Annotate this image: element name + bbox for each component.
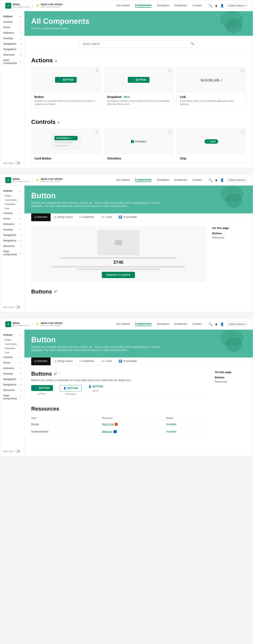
sidebar-item-forms-3[interactable]: Forms ▾ xyxy=(0,360,24,366)
secondary-button[interactable]: 👤 BUTTON xyxy=(60,385,82,392)
on-this-page-resources-3[interactable]: Resources xyxy=(215,380,249,384)
sidebar-item-controls[interactable]: Controls ▾ xyxy=(0,19,24,25)
sidebar-sub-dropdown[interactable]: Dropdown xyxy=(0,202,24,206)
tab-code[interactable]: </> Code xyxy=(97,214,115,221)
user-icon[interactable]: 👤 xyxy=(220,4,224,8)
sidebar-sub-button[interactable]: Button xyxy=(0,194,24,198)
on-this-page-title-3: On this page xyxy=(215,370,249,374)
sidebar-item-controls-2[interactable]: Controls ▾ xyxy=(0,210,24,216)
on-this-page-link-resources[interactable]: Resources xyxy=(212,236,246,240)
user-icon-3[interactable]: 👤 xyxy=(220,322,224,326)
sidebar-sub-link-3[interactable]: Link xyxy=(0,350,24,354)
switch-theme-button[interactable]: Switch theme ▾ xyxy=(227,3,248,8)
dark-mode-switch-2[interactable] xyxy=(15,306,20,308)
sidebar-item-navigations-1[interactable]: Navigations ▾ xyxy=(0,41,24,46)
switch-theme-button-2[interactable]: Switch theme ▾ xyxy=(227,178,248,183)
web-ui-kit-link[interactable]: Web UI kit xyxy=(102,423,166,426)
sidebar-item-controls-3[interactable]: Controls ▾ xyxy=(0,354,24,360)
on-this-page-link-buttons[interactable]: Buttons xyxy=(212,231,246,236)
sidebar-item-overlays-2[interactable]: Overlays ▾ xyxy=(0,227,24,232)
tab-design-specs[interactable]: ◫ Design specs xyxy=(51,214,76,221)
collapse-controls-icon[interactable]: ▲ xyxy=(57,120,60,124)
search-icon-2[interactable]: 🔍 xyxy=(208,178,212,182)
nav-guidelines-2[interactable]: Guidelines xyxy=(174,178,187,182)
sidebar-item-forms-2[interactable]: Forms ▾ xyxy=(0,216,24,222)
sidebar-item-structures-2[interactable]: Structures ▾ xyxy=(0,243,24,249)
tab-guidelines[interactable]: ≡ Guidelines xyxy=(76,214,97,221)
sidebar-item-actions-2[interactable]: Actions ▲ xyxy=(0,188,24,194)
switch-theme-button-3[interactable]: Switch theme ▾ xyxy=(227,322,248,327)
nav-components-2[interactable]: Components xyxy=(135,178,152,182)
sidebar-item-actions[interactable]: Actions ▲ xyxy=(0,14,24,19)
search-icon-3[interactable]: 🔍 xyxy=(208,322,212,326)
dark-mode-switch[interactable] xyxy=(15,162,20,164)
sidebar-item-navigations-1-2[interactable]: Navigations ▾ xyxy=(0,232,24,238)
dark-mode-toggle-3[interactable]: Dark mode xyxy=(3,450,20,453)
tab-guidelines-3[interactable]: ≡ Guidelines xyxy=(76,358,97,365)
sidebar-item-overlays-3[interactable]: Overlays ▾ xyxy=(0,371,24,376)
button-card[interactable]: C 👤 BUTTON Button A button is a clickabl… xyxy=(31,67,101,109)
tab-accessibility[interactable]: ♿ Accessibility xyxy=(115,214,140,221)
nav-components-3[interactable]: Components xyxy=(135,322,152,326)
nav-templates-2[interactable]: Templates xyxy=(157,178,169,182)
nav-contact-3[interactable]: Contact xyxy=(192,322,202,326)
ghost-button[interactable]: 👤 BUTTON xyxy=(88,385,103,388)
request-quote-button[interactable]: REQUEST A QUOTE xyxy=(102,272,135,278)
sidebar-sub-link[interactable]: Link xyxy=(0,206,24,210)
sidebar-item-indicators[interactable]: Indicators ▾ xyxy=(0,30,24,36)
tab-overview[interactable]: ℹ Overview xyxy=(31,214,51,221)
sidebar-sub-card-button-3[interactable]: Card button xyxy=(0,342,24,346)
bitbucket-link[interactable]: Bitbucket xyxy=(102,430,166,433)
collapse-actions-icon[interactable]: ▲ xyxy=(55,59,58,62)
primary-button[interactable]: 👤 BUTTON xyxy=(31,385,53,391)
nav-guidelines-3[interactable]: Guidelines xyxy=(174,322,187,326)
sidebar-item-structures[interactable]: Structures ▾ xyxy=(0,52,24,58)
search-input[interactable] xyxy=(83,42,189,46)
nav-guidelines[interactable]: Guidelines xyxy=(174,4,187,7)
resource-link-impl[interactable]: Bitbucket xyxy=(102,428,166,435)
sidebar-item-indicators-3[interactable]: Indicators ▾ xyxy=(0,366,24,371)
sidebar-item-actions-3[interactable]: Actions ▲ xyxy=(0,332,24,338)
sidebar-item-navigations-1-3[interactable]: Navigations ▾ xyxy=(0,376,24,382)
sidebar-item-navigations-2-3[interactable]: Navigations ▾ xyxy=(0,382,24,388)
nav-templates[interactable]: Templates xyxy=(157,4,169,7)
tab-design-specs-3[interactable]: ◫ Design specs xyxy=(51,358,76,365)
card-button-card[interactable]: C Card Button ► Card Button xyxy=(31,129,101,163)
chip-card[interactable]: C ✓ CHIP Chip xyxy=(177,129,246,163)
on-this-page-buttons-3[interactable]: Buttons xyxy=(215,376,249,380)
nav-get-started[interactable]: Get started xyxy=(116,4,130,7)
bookmark-icon-2[interactable]: ◆ xyxy=(215,178,217,182)
dark-mode-toggle-2[interactable]: Dark mode xyxy=(3,306,20,308)
sidebar-sub-card-button[interactable]: Card button xyxy=(0,198,24,202)
tab-code-3[interactable]: </> Code xyxy=(97,358,115,365)
sidebar-sub-button-3[interactable]: Button xyxy=(0,338,24,342)
nav-templates-3[interactable]: Templates xyxy=(157,322,169,326)
sidebar-item-navigations-2[interactable]: Navigations ▾ xyxy=(0,46,24,52)
search-icon[interactable]: 🔍 xyxy=(208,4,212,8)
nav-get-started-2[interactable]: Get started xyxy=(116,178,130,182)
bookmark-icon[interactable]: ◆ xyxy=(215,4,217,8)
sidebar-item-other[interactable]: Other components – xyxy=(0,58,24,66)
sidebar-item-overlays[interactable]: Overlays ▾ xyxy=(0,36,24,41)
bookmark-icon-3[interactable]: ◆ xyxy=(215,322,217,326)
sidebar-sub-dropdown-3[interactable]: Dropdown xyxy=(0,346,24,350)
sidebar-item-structures-3[interactable]: Structures ▾ xyxy=(0,388,24,393)
sidebar-item-indicators-2[interactable]: Indicators ▾ xyxy=(0,222,24,227)
dark-mode-switch-3[interactable] xyxy=(15,450,20,453)
user-icon-2[interactable]: 👤 xyxy=(220,178,224,182)
checkbox-card[interactable]: C ✓ Checkbox Checkbox xyxy=(104,129,173,163)
sidebar-item-navigations-2-2[interactable]: Navigations ▾ xyxy=(0,238,24,243)
link-card[interactable]: C Go to the Link ↗ Link A link allows us… xyxy=(177,67,246,109)
resource-link-design[interactable]: Web UI kit xyxy=(102,420,166,428)
sidebar-item-other-3[interactable]: Other components – xyxy=(0,393,24,401)
sidebar-item-forms[interactable]: Forms ▾ xyxy=(0,25,24,30)
tab-overview-3[interactable]: ℹ Overview xyxy=(31,358,51,365)
nav-contact-2[interactable]: Contact xyxy=(192,178,202,182)
sidebar-item-other-2[interactable]: Other components – xyxy=(0,249,24,257)
nav-get-started-3[interactable]: Get started xyxy=(116,322,130,326)
dropdown-card[interactable]: C 👤 BUTTON Dropdown BETA A dropdown cont… xyxy=(104,67,173,109)
nav-contact[interactable]: Contact xyxy=(192,4,202,7)
dark-mode-toggle[interactable]: Dark mode xyxy=(3,162,20,164)
nav-components[interactable]: Components xyxy=(135,4,152,8)
tab-accessibility-3[interactable]: ♿ Accessibility xyxy=(115,358,140,365)
